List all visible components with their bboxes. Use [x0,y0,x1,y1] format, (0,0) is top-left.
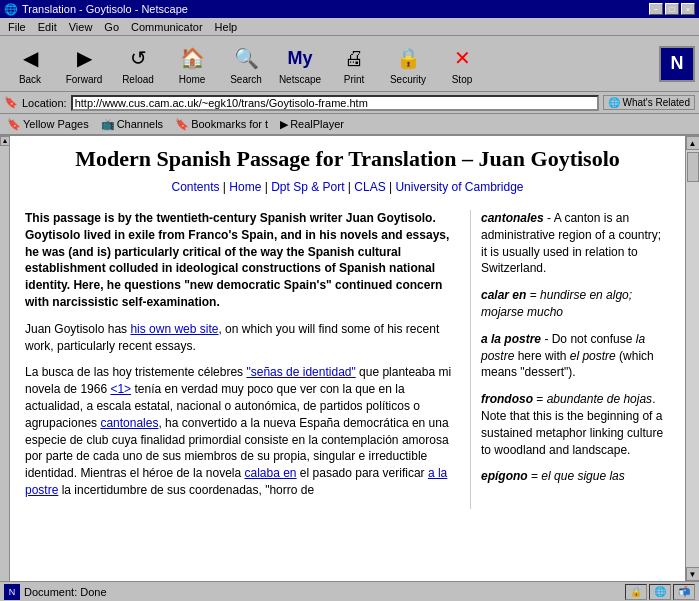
bookmarks-label: Bookmarks for t [191,118,268,130]
own-website-link[interactable]: his own web site [130,322,218,336]
right-scrollbar: ▲ ▼ [685,136,699,581]
def-calar: = [530,288,540,302]
page-title: Modern Spanish Passage for Translation –… [25,146,670,172]
yellow-pages-label: Yellow Pages [23,118,89,130]
nav-dpt[interactable]: Dpt Sp & Port [271,180,344,194]
scroll-up-button[interactable]: ▲ [686,136,700,150]
netscape-label: Netscape [279,74,321,85]
cantonales-link[interactable]: cantonales [100,416,158,430]
search-button[interactable]: 🔍 Search [220,39,272,89]
print-button[interactable]: 🖨 Print [328,39,380,89]
forward-button[interactable]: ▶ Forward [58,39,110,89]
reload-button[interactable]: ↺ Reload [112,39,164,89]
back-label: Back [19,74,41,85]
scroll-down-button[interactable]: ▼ [686,567,700,581]
personal-item-yellow-pages[interactable]: 🔖 Yellow Pages [4,117,92,132]
status-panel-3: 📬 [673,584,695,600]
scroll-track [686,150,700,567]
menu-file[interactable]: File [2,19,32,35]
content-area: ▲ Modern Spanish Passage for Translation… [0,136,699,581]
personal-toolbar: 🔖 Yellow Pages 📺 Channels 🔖 Bookmarks fo… [0,114,699,136]
menu-view[interactable]: View [63,19,99,35]
intro-paragraph: This passage is by the twentieth-century… [25,210,460,311]
stop-button[interactable]: ✕ Stop [436,39,488,89]
whats-related-icon: 🌐 [608,97,620,108]
term-epigono: epígono [481,469,528,483]
stop-icon: ✕ [446,42,478,74]
title-bar: 🌐 Translation - Goytisolo - Netscape − □… [0,0,699,18]
search-icon: 🔍 [230,42,262,74]
search-label: Search [230,74,262,85]
yellow-pages-icon: 🔖 [7,118,21,131]
back-button[interactable]: ◀ Back [4,39,56,89]
glossary-postre: a la postre - Do not confuse la postre h… [481,331,670,381]
channels-icon: 📺 [101,118,115,131]
bookmark-icon: 🔖 [4,96,18,109]
netscape-button[interactable]: My Netscape [274,39,326,89]
window-title: Translation - Goytisolo - Netscape [22,3,188,15]
location-label: Location: [22,97,67,109]
print-icon: 🖨 [338,42,370,74]
whats-related-button[interactable]: 🌐 What's Related [603,95,695,110]
home-label: Home [179,74,206,85]
forward-icon: ▶ [68,42,100,74]
left-scroll-up[interactable]: ▲ [0,136,10,146]
personal-item-realplayer[interactable]: ▶ RealPlayer [277,117,347,132]
left-column: This passage is by the twentieth-century… [25,210,470,509]
nav-home[interactable]: Home [229,180,261,194]
location-input[interactable] [71,95,599,111]
channels-label: Channels [117,118,163,130]
menu-help[interactable]: Help [209,19,244,35]
spanish-text: La busca de las hoy tristemente célebres… [25,364,460,498]
security-button[interactable]: 🔒 Security [382,39,434,89]
scroll-thumb[interactable] [687,152,699,182]
print-label: Print [344,74,365,85]
status-icon: N [4,584,20,600]
stop-label: Stop [452,74,473,85]
security-label: Security [390,74,426,85]
personal-item-bookmarks[interactable]: 🔖 Bookmarks for t [172,117,271,132]
nav-clas[interactable]: CLAS [354,180,385,194]
nav-contents[interactable]: Contents [171,180,219,194]
term-calar: calar en [481,288,526,302]
apostre-link[interactable]: a la postre [25,466,447,497]
status-bar: N Document: Done 🔒 🌐 📬 [0,581,699,601]
nav-cambridge[interactable]: University of Cambridge [395,180,523,194]
reload-label: Reload [122,74,154,85]
left-scroll: ▲ [0,136,10,581]
realplayer-icon: ▶ [280,118,288,131]
senas-link[interactable]: "señas de identidad" [246,365,355,379]
back-icon: ◀ [14,42,46,74]
two-col-layout: This passage is by the twentieth-century… [25,210,670,509]
menu-communicator[interactable]: Communicator [125,19,209,35]
menu-go[interactable]: Go [98,19,125,35]
home-button[interactable]: 🏠 Home [166,39,218,89]
calaba-link[interactable]: calaba en [244,466,296,480]
status-text: Document: Done [24,586,621,598]
forward-label: Forward [66,74,103,85]
glossary-cantonales: cantonales - A canton is an administrati… [481,210,670,277]
close-button[interactable]: × [681,3,695,15]
right-column: cantonales - A canton is an administrati… [470,210,670,509]
page-content: Modern Spanish Passage for Translation –… [10,136,685,581]
minimize-button[interactable]: − [649,3,663,15]
glossary-calar: calar en = hundirse en algo; mojarse muc… [481,287,670,321]
glossary-epigono: epígono = el que sigue las [481,468,670,485]
netscape-logo: N [659,46,695,82]
location-bar: 🔖 Location: 🌐 What's Related [0,92,699,114]
toolbar: ◀ Back ▶ Forward ↺ Reload 🏠 Home 🔍 Searc… [0,36,699,92]
reload-icon: ↺ [122,42,154,74]
home-icon: 🏠 [176,42,208,74]
personal-item-channels[interactable]: 📺 Channels [98,117,166,132]
term-postre: a la postre [481,332,541,346]
bookmarks-icon: 🔖 [175,118,189,131]
menu-edit[interactable]: Edit [32,19,63,35]
term-frondoso: frondoso [481,392,533,406]
footnote-link[interactable]: <1> [110,382,131,396]
netscape-icon: My [284,42,316,74]
app-icon: 🌐 [4,3,18,16]
whats-related-label: What's Related [623,97,691,108]
second-paragraph: Juan Goytisolo has his own web site, on … [25,321,460,355]
security-icon: 🔒 [392,42,424,74]
maximize-button[interactable]: □ [665,3,679,15]
